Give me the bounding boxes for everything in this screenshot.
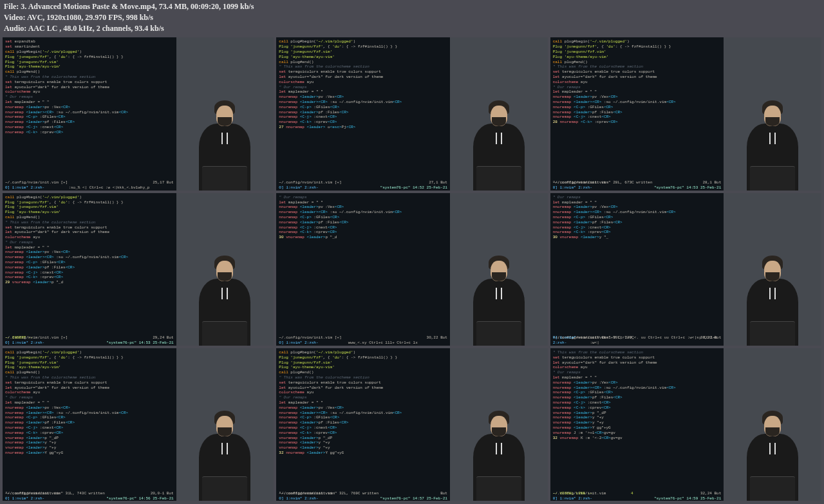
presenter-video xyxy=(450,348,548,501)
vim-statusline: ~/.config/nvim/init.vim [+]25,17 Bot xyxy=(3,180,176,185)
terminal-pane: " Our remapslet mapleader = " "nnoremap … xyxy=(276,193,450,346)
thumbnail-5[interactable]: " Our remapslet mapleader = " "nnoremap … xyxy=(276,193,547,346)
presenter-video xyxy=(176,348,274,501)
tmux-statusbar: 0] 1:nvim* 2:zsh- "system76-pc" 14:56 25… xyxy=(3,496,176,501)
terminal-pane: call plug#begin('~/.vim/plugged')Plug 'j… xyxy=(3,348,176,501)
terminal-pane: call plug#begin('~/.vim/plugged')Plug 'j… xyxy=(276,348,450,501)
thumbnail-3[interactable]: call plug#begin('~/.vim/plugged')Plug 'j… xyxy=(550,37,821,190)
tmux-statusbar: 0] 1:nvim* 2:zsh- :so_% <| Ctrl+c :w <|k… xyxy=(3,185,176,191)
terminal-pane: call plug#begin('~/.vim/plugged')Plug 'j… xyxy=(550,37,724,190)
thumbnail-4[interactable]: call plug#begin('~/.vim/plugged')Plug 'j… xyxy=(3,193,274,346)
tmux-statusbar: 0] 1:nvim* 2:zsh- ...V Ctrl+V Ctrl+V_<. … xyxy=(550,335,724,346)
presenter-video xyxy=(450,193,548,346)
tmux-statusbar: 0] 1:nvim* 2:zsh- "system76-pc" 14:52 25… xyxy=(276,185,450,191)
terminal-pane: call plug#begin('~/.vim/plugged')Plug 'j… xyxy=(3,193,176,346)
vim-statusline: ~/.config/nvim/init.vim [+]30,22 Bot xyxy=(276,335,450,341)
presenter-video xyxy=(724,37,821,190)
presenter-video xyxy=(724,348,821,501)
thumbnail-7[interactable]: call plug#begin('~/.vim/plugged')Plug 'j… xyxy=(3,348,274,501)
terminal-pane: " This was from the colorscheme sections… xyxy=(550,348,724,501)
tmux-statusbar: 0] 1:nvim* 2:zsh- "system76-pc" 14:53 25… xyxy=(3,341,176,346)
thumbnail-2[interactable]: call plug#begin('~/.vim/plugged')Plug 'j… xyxy=(276,37,547,190)
presenter-video xyxy=(176,193,274,346)
terminal-pane: set expandtabset smartindentcall plug#be… xyxy=(3,37,176,190)
thumbnail-6[interactable]: " Our remapslet mapleader = " "nnoremap … xyxy=(550,193,821,346)
tmux-statusbar: 0] 1:nvim* 2:zsh- "system76-pc" 14:57 25… xyxy=(276,496,450,501)
thumbnail-9[interactable]: " This was from the colorscheme sections… xyxy=(550,348,821,501)
terminal-pane: call plug#begin('~/.vim/plugged')Plug 'j… xyxy=(276,37,450,190)
presenter-video xyxy=(176,37,274,190)
thumbnail-8[interactable]: call plug#begin('~/.vim/plugged')Plug 'j… xyxy=(276,348,547,501)
tmux-statusbar: 0] 1:nvim* 2:zsh- www_<.sy Ctrl+c lll+ C… xyxy=(276,341,450,346)
tmux-statusbar: 0] 1:nvim* 2:zsh- "system76-pc" 14:59 25… xyxy=(550,496,724,501)
metadata-header: File: 3. Advanced Motions Paste & Move.m… xyxy=(0,0,824,35)
tmux-statusbar: 0] 1:nvim* 2:zsh- "system76-pc" 14:53 25… xyxy=(550,185,724,191)
audio-info-line: Audio: AAC LC , 48.0 kHz, 2 channels, 93… xyxy=(4,23,820,34)
video-info-line: Video: AVC, 1920x1080, 29.970 FPS, 998 k… xyxy=(4,12,820,23)
thumbnail-1[interactable]: set expandtabset smartindentcall plug#be… xyxy=(3,37,274,190)
terminal-pane: " Our remapslet mapleader = " "nnoremap … xyxy=(550,193,724,346)
thumbnail-grid: set expandtabset smartindentcall plug#be… xyxy=(0,35,824,503)
presenter-video xyxy=(450,37,548,190)
file-info-line: File: 3. Advanced Motions Paste & Move.m… xyxy=(4,1,820,12)
vim-statusline: ~/.config/nvim/init.vim [+]27,1 Bot xyxy=(276,180,450,185)
presenter-video xyxy=(724,193,821,346)
